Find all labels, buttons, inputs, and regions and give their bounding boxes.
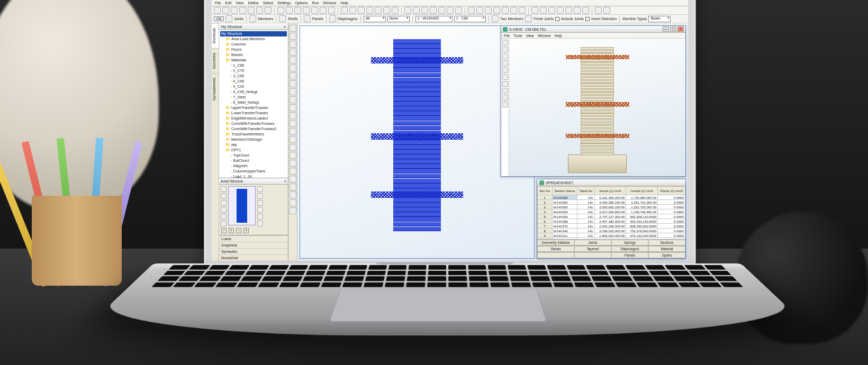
tree-node[interactable]: MembersToDesign [220, 137, 287, 142]
section-dropdown[interactable]: 1 · C80 [454, 16, 486, 22]
sview-minimize-button[interactable]: — [663, 26, 669, 32]
toolbar-button-5[interactable] [256, 7, 263, 14]
table-row[interactable]: 2W14X6051414,495,289,100.001,531,731,000… [538, 200, 685, 205]
sview-tool-9[interactable] [502, 102, 508, 107]
vtool-button-9[interactable] [290, 96, 296, 103]
tree-node[interactable]: TrussFauxMembers [220, 132, 287, 137]
geometry-viewport[interactable] [300, 25, 535, 259]
toolbar-button-20[interactable] [392, 7, 399, 14]
menu-settings[interactable]: Settings [277, 1, 291, 5]
vtool-button-21[interactable] [290, 191, 296, 198]
spreadsheet-tab[interactable]: Sections [648, 240, 685, 245]
vtool-button-6[interactable] [290, 72, 296, 79]
axial-tool-button[interactable] [257, 193, 263, 199]
vtool-button-15[interactable] [290, 144, 296, 151]
axial-tool-button[interactable] [221, 214, 227, 220]
axial-tool-button[interactable] [257, 207, 263, 213]
menu-edit[interactable]: Edit [225, 1, 231, 5]
select-none-dropdown[interactable]: None [387, 16, 410, 22]
toolbar-button-30[interactable] [485, 7, 492, 14]
spreadsheet-tab[interactable]: Diaphragms [611, 246, 648, 252]
spreadsheet-tab[interactable]: Springs [611, 240, 648, 245]
vtool-button-3[interactable] [290, 49, 296, 56]
toolbar-button-0[interactable] [214, 7, 221, 14]
spreadsheet-tab[interactable] [574, 252, 611, 258]
vtool-button-7[interactable] [290, 80, 296, 87]
sview-tool-8[interactable] [502, 95, 508, 101]
toolbar-button-32[interactable] [502, 7, 509, 14]
toolbar-button-28[interactable] [468, 7, 475, 14]
toolbar-button-6[interactable] [265, 7, 272, 14]
sview-tool-3[interactable] [502, 60, 508, 66]
sview-menu-file[interactable]: File [504, 34, 510, 38]
left-tab-graphical[interactable]: Graphical [219, 242, 288, 248]
joints-icon[interactable] [225, 15, 232, 22]
axial-tool-button[interactable] [257, 186, 263, 192]
toolbar-button-39[interactable] [565, 7, 572, 14]
axial-zoom-out-2-button[interactable]: − [236, 228, 241, 233]
sview-menu-view[interactable]: View [526, 34, 534, 38]
tree-node[interactable]: OPT1 [220, 148, 287, 153]
tree-node[interactable]: UpperTransferTrusses [220, 105, 287, 111]
table-row[interactable]: 4W14X5001413,417,259,800.001,198,746,400… [538, 209, 685, 214]
table-row[interactable]: 5W14X4261412,747,127,300.00962,306,110.0… [538, 214, 685, 219]
tree-node[interactable]: wip [220, 142, 287, 148]
menu-help[interactable]: Help [340, 1, 348, 5]
toolbar-button-37[interactable] [548, 7, 555, 14]
shape-dropdown[interactable]: 1 · W14X665 [415, 16, 453, 22]
toolbar-button-9[interactable] [294, 7, 301, 14]
toolbar-button-33[interactable] [510, 7, 517, 14]
sview-tool-1[interactable] [502, 47, 508, 52]
menu-window[interactable]: Window [323, 1, 336, 5]
shells-icon[interactable] [279, 15, 286, 22]
tree-root[interactable]: My Structure [220, 31, 287, 36]
vtool-button-17[interactable] [290, 160, 296, 167]
tree-node[interactable]: DiagVert [220, 163, 287, 169]
vtool-button-16[interactable] [290, 152, 296, 159]
toolbar-button-34[interactable] [519, 7, 526, 14]
col-header[interactable]: Table No [577, 187, 594, 195]
toolbar-button-38[interactable] [557, 7, 564, 14]
toolbar-button-23[interactable] [421, 7, 428, 14]
spreadsheet-tab[interactable]: Joints [574, 240, 611, 245]
select-all-dropdown[interactable]: All [364, 16, 386, 22]
axial-tool-button[interactable] [221, 193, 227, 199]
axial-tool-button[interactable] [257, 221, 263, 226]
toolbar-button-12[interactable] [320, 7, 327, 14]
sections-table[interactable]: Sec NoSection NameTable NoInertia (y) mm… [537, 186, 685, 239]
three-joints-icon[interactable] [525, 15, 532, 22]
axial-zoom-in-2-button[interactable]: + [243, 228, 249, 233]
vtool-button-0[interactable] [290, 25, 296, 32]
sview-menu-tools[interactable]: Tools [513, 34, 522, 38]
toolbar-button-11[interactable] [311, 7, 318, 14]
tree-node[interactable]: Area Load Members [220, 36, 287, 42]
tree-node[interactable]: EdgeMembersLoaded [220, 116, 287, 121]
axial-tool-button[interactable] [221, 200, 227, 206]
vtool-button-5[interactable] [290, 65, 296, 71]
invert-check[interactable] [585, 17, 590, 21]
tree-node[interactable]: Materials [220, 58, 287, 63]
vtool-button-18[interactable] [290, 168, 296, 175]
spreadsheet-tab[interactable]: Slaves [537, 246, 574, 252]
menu-file[interactable]: File [215, 1, 221, 5]
axial-tool-button[interactable] [221, 221, 227, 226]
toolbar-button-18[interactable] [375, 7, 382, 14]
tree-node[interactable]: BotChord [220, 158, 287, 163]
toolbar-button-4[interactable] [248, 7, 255, 14]
tree-node[interactable]: 8_Steel_Nclwgt [220, 100, 287, 105]
side-tab-spreadsheets[interactable]: Spreadsheets [212, 73, 219, 105]
col-header[interactable]: Inertia (z) mm4 [626, 187, 658, 195]
col-header[interactable]: Plastic Zy mm3 [658, 187, 685, 195]
sview-tool-6[interactable] [502, 81, 508, 87]
vtool-button-12[interactable] [290, 120, 296, 127]
table-row[interactable]: 1W14X6651415,161,289,200.001,735,685,000… [538, 195, 685, 200]
sview-menu-help[interactable]: Help [555, 34, 562, 38]
axial-zoom-in-button[interactable]: + [229, 228, 234, 233]
toolbar-button-43[interactable] [603, 7, 610, 14]
tree-node[interactable]: 3_C60 [220, 74, 287, 79]
sview-tool-4[interactable] [502, 67, 508, 73]
table-row[interactable]: 3W14X5501413,925,062,100.001,352,752,000… [538, 205, 685, 209]
axial-close-button[interactable]: × [284, 179, 286, 183]
toolbar-button-35[interactable] [531, 7, 538, 14]
include-joints-check[interactable] [555, 17, 559, 21]
